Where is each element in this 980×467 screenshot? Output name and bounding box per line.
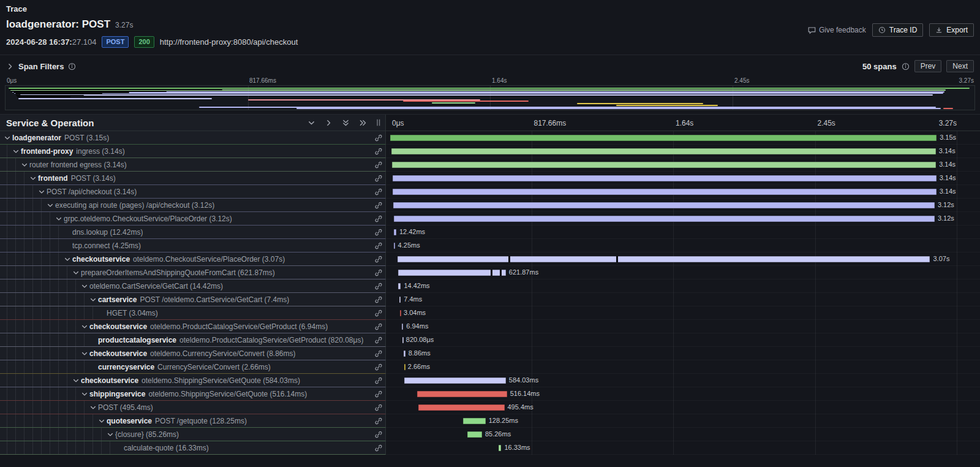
span-row[interactable]: grpc.oteldemo.CheckoutService/PlaceOrder… (0, 212, 980, 226)
span-link-icon[interactable] (372, 269, 385, 276)
span-timeline-cell[interactable]: 820.08μs (386, 333, 980, 347)
span-name-cell[interactable]: {closure} (85.26ms) (0, 428, 386, 441)
span-row[interactable]: tcp.connect (4.25ms)4.25ms (0, 239, 980, 252)
span-bar[interactable] (402, 337, 404, 343)
span-link-icon[interactable] (372, 256, 385, 263)
chevron-down-icon[interactable] (11, 148, 21, 155)
span-link-icon[interactable] (372, 161, 385, 169)
chevron-down-icon[interactable] (80, 390, 89, 398)
span-row[interactable]: POST /api/checkout (3.14s)3.14s (0, 185, 980, 199)
span-bar[interactable] (404, 351, 405, 357)
span-name-cell[interactable]: frontend-proxyingress (3.14s) (0, 145, 386, 158)
chevron-down-icon[interactable] (54, 215, 64, 222)
chevron-down-icon[interactable] (37, 188, 47, 196)
span-timeline-cell[interactable]: 3.14s (386, 172, 980, 185)
span-timeline-cell[interactable]: 16.33ms (386, 441, 980, 455)
span-bar[interactable] (418, 404, 504, 411)
span-name-cell[interactable]: shippingserviceoteldemo.ShippingService/… (0, 387, 386, 401)
span-name-cell[interactable]: quoteservicePOST /getquote (128.25ms) (0, 414, 386, 428)
span-row[interactable]: {closure} (85.26ms)85.26ms (0, 428, 980, 441)
chevron-down-icon[interactable] (20, 161, 29, 169)
span-link-icon[interactable] (372, 350, 385, 357)
span-bar[interactable] (398, 283, 401, 289)
double-chevron-right-icon[interactable] (359, 119, 367, 127)
chevron-right-icon[interactable] (325, 119, 333, 127)
span-row[interactable]: frontendPOST (3.14s)3.14s (0, 172, 980, 185)
span-link-icon[interactable] (372, 390, 385, 398)
span-name-cell[interactable]: executing api route (pages) /api/checkou… (0, 199, 386, 212)
export-button[interactable]: Export (929, 23, 974, 37)
span-name-cell[interactable]: checkoutserviceoteldemo.CheckoutService/… (0, 252, 386, 266)
span-timeline-cell[interactable]: 3.12s (386, 199, 980, 212)
span-timeline-cell[interactable]: 621.87ms (386, 266, 980, 279)
column-resize-handle[interactable] (375, 118, 382, 127)
span-bar[interactable] (398, 270, 506, 276)
span-bar[interactable] (467, 431, 482, 438)
span-row[interactable]: prepareOrderItemsAndShippingQuoteFromCar… (0, 266, 980, 279)
span-timeline-cell[interactable]: 12.42ms (386, 226, 980, 239)
span-timeline-cell[interactable]: 4.25ms (386, 239, 980, 252)
chevron-down-icon[interactable] (2, 134, 12, 142)
span-bar[interactable] (399, 297, 401, 303)
span-row[interactable]: quoteservicePOST /getquote (128.25ms)128… (0, 414, 980, 428)
chevron-down-icon[interactable] (105, 431, 115, 438)
span-timeline-cell[interactable]: 6.94ms (386, 320, 980, 333)
span-timeline-cell[interactable]: 584.03ms (386, 374, 980, 387)
span-timeline-cell[interactable]: 3.04ms (386, 306, 980, 320)
span-row[interactable]: checkoutserviceoteldemo.ShippingService/… (0, 374, 980, 387)
span-name-cell[interactable]: productcatalogserviceoteldemo.ProductCat… (0, 333, 386, 347)
span-row[interactable]: loadgeneratorPOST (3.15s)3.15s (0, 131, 980, 145)
span-timeline-cell[interactable]: 516.14ms (386, 387, 980, 401)
span-timeline-cell[interactable]: 85.26ms (386, 428, 980, 441)
span-row[interactable]: checkoutserviceoteldemo.CheckoutService/… (0, 252, 980, 266)
span-name-cell[interactable]: POST (495.4ms) (0, 401, 386, 414)
span-link-icon[interactable] (372, 175, 385, 182)
span-row[interactable]: executing api route (pages) /api/checkou… (0, 199, 980, 212)
span-row[interactable]: currencyserviceCurrencyService/Convert (… (0, 360, 980, 374)
span-link-icon[interactable] (372, 215, 385, 222)
info-circle-icon[interactable] (68, 63, 76, 70)
double-chevron-down-icon[interactable] (342, 119, 350, 127)
span-link-icon[interactable] (372, 336, 385, 344)
span-name-cell[interactable]: loadgeneratorPOST (3.15s) (0, 131, 386, 145)
span-link-icon[interactable] (372, 242, 385, 249)
span-link-icon[interactable] (372, 202, 385, 209)
span-timeline-cell[interactable]: 3.14s (386, 158, 980, 172)
chevron-down-icon[interactable] (80, 323, 89, 330)
span-bar[interactable] (394, 216, 935, 222)
span-name-cell[interactable]: router frontend egress (3.14s) (0, 158, 386, 172)
span-bar[interactable] (390, 135, 937, 141)
chevron-down-icon[interactable] (28, 175, 38, 182)
span-link-icon[interactable] (372, 417, 385, 425)
span-bar[interactable] (391, 148, 936, 154)
span-link-icon[interactable] (372, 283, 385, 290)
give-feedback-link[interactable]: Give feedback (808, 26, 866, 34)
span-link-icon[interactable] (372, 134, 385, 142)
chevron-down-icon[interactable] (88, 296, 98, 303)
span-name-cell[interactable]: HGET (3.04ms) (0, 306, 386, 320)
span-timeline-cell[interactable]: 3.15s (386, 131, 980, 145)
span-timeline-cell[interactable]: 2.66ms (386, 360, 980, 374)
span-name-cell[interactable]: checkoutserviceoteldemo.ProductCatalogSe… (0, 320, 386, 333)
span-timeline-cell[interactable]: 3.07s (386, 252, 980, 266)
chevron-down-icon[interactable] (88, 404, 98, 411)
span-name-cell[interactable]: frontendPOST (3.14s) (0, 172, 386, 185)
span-row[interactable]: checkoutserviceoteldemo.CurrencyService/… (0, 347, 980, 360)
span-row[interactable]: frontend-proxyingress (3.14s)3.14s (0, 145, 980, 158)
span-link-icon[interactable] (372, 377, 385, 384)
trace-id-button[interactable]: Trace ID (872, 23, 924, 37)
span-link-icon[interactable] (372, 431, 385, 438)
chevron-down-icon[interactable] (45, 202, 55, 209)
span-bar[interactable] (499, 445, 502, 451)
span-timeline-cell[interactable]: 3.12s (386, 212, 980, 226)
span-link-icon[interactable] (372, 363, 385, 371)
span-name-cell[interactable]: currencyserviceCurrencyService/Convert (… (0, 360, 386, 374)
span-bar[interactable] (393, 175, 937, 181)
span-bar[interactable] (463, 418, 485, 424)
span-row[interactable]: checkoutserviceoteldemo.ProductCatalogSe… (0, 320, 980, 333)
chevron-down-icon[interactable] (71, 377, 81, 384)
minimap-canvas[interactable] (5, 85, 975, 110)
chevron-down-icon[interactable] (80, 283, 89, 290)
span-bar[interactable] (394, 229, 396, 235)
span-bar[interactable] (402, 324, 403, 330)
